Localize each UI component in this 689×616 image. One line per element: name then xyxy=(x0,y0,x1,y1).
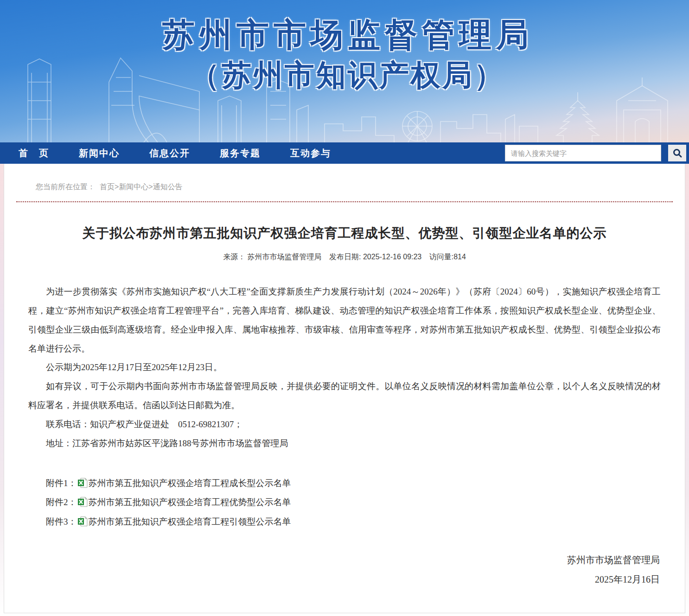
site-title: 苏州市市场监督管理局 （苏州市知识产权局） xyxy=(139,16,556,93)
signature-date: 2025年12月16日 xyxy=(28,570,660,589)
attachment-row: 附件2： 苏州市第五批知识产权强企培育工程优势型公示名单 xyxy=(28,493,661,512)
article-body: 为进一步贯彻落实《苏州市实施知识产权“八大工程”全面支撑新质生产力发展行动计划（… xyxy=(28,282,661,453)
site-title-line2: （苏州市知识产权局） xyxy=(139,58,556,93)
search-icon xyxy=(672,148,683,158)
paragraph: 联系电话：知识产权产业促进处 0512-69821307； xyxy=(28,415,661,434)
page-title: 关于拟公布苏州市第五批知识产权强企培育工程成长型、优势型、引领型企业名单的公示 xyxy=(28,225,661,242)
attachments-list: 附件1： 苏州市第五批知识产权强企培育工程成长型公示名单 附件2： 苏州市第五批… xyxy=(28,474,661,532)
site-banner: 苏州市市场监督管理局 （苏州市知识产权局） xyxy=(0,0,689,142)
paragraph: 为进一步贯彻落实《苏州市实施知识产权“八大工程”全面支撑新质生产力发展行动计划（… xyxy=(28,282,661,358)
attachment-link[interactable]: 苏州市第五批知识产权强企培育工程引领型公示名单 xyxy=(89,517,291,526)
site-title-line1: 苏州市市场监督管理局 xyxy=(139,16,556,54)
meta-publish-date: 发布日期: 2025-12-16 09:23 xyxy=(329,253,421,261)
nav-item-service-topics[interactable]: 服务专题 xyxy=(220,147,261,160)
attachment-row: 附件1： 苏州市第五批知识产权强企培育工程成长型公示名单 xyxy=(28,474,661,493)
signature-block: 苏州市市场监督管理局 2025年12月16日 xyxy=(28,550,661,589)
article-meta: 来源： 苏州市市场监督管理局 发布日期: 2025-12-16 09:23 访问… xyxy=(28,252,661,262)
nav-item-news[interactable]: 新闻中心 xyxy=(79,147,120,160)
attachment-link[interactable]: 苏州市第五批知识产权强企培育工程优势型公示名单 xyxy=(89,497,291,507)
paragraph: 公示期为2025年12月17日至2025年12月23日。 xyxy=(28,358,661,377)
nav-item-interaction[interactable]: 互动参与 xyxy=(290,147,331,160)
breadcrumb: 您当前所在位置：首页>新闻中心>通知公告 xyxy=(4,164,685,201)
paragraph: 如有异议，可于公示期内书面向苏州市市场监督管理局反映，并提供必要的证明文件。以单… xyxy=(28,377,661,415)
attachment-label: 附件2： xyxy=(46,497,77,507)
signature-org: 苏州市市场监督管理局 xyxy=(28,550,660,570)
breadcrumb-path[interactable]: 首页>新闻中心>通知公告 xyxy=(100,183,183,191)
article: 关于拟公布苏州市第五批知识产权强企培育工程成长型、优势型、引领型企业名单的公示 … xyxy=(4,225,685,589)
main-navbar: 首 页 新闻中心 信息公开 服务专题 互动参与 xyxy=(0,142,689,164)
meta-visits: 访问量:814 xyxy=(429,253,466,261)
attachment-link[interactable]: 苏州市第五批知识产权强企培育工程成长型公示名单 xyxy=(89,478,291,488)
attachment-label: 附件1： xyxy=(46,478,77,488)
search-input[interactable] xyxy=(505,145,661,161)
breadcrumb-divider xyxy=(16,201,673,202)
attachment-row: 附件3： 苏州市第五批知识产权强企培育工程引领型公示名单 xyxy=(28,512,661,532)
excel-file-icon xyxy=(78,497,88,507)
nav-item-info-disclosure[interactable]: 信息公开 xyxy=(149,147,190,160)
content-container: 您当前所在位置：首页>新闻中心>通知公告 关于拟公布苏州市第五批知识产权强企培育… xyxy=(4,164,685,613)
excel-file-icon xyxy=(78,516,88,526)
excel-file-icon xyxy=(78,478,88,488)
search-button[interactable] xyxy=(668,145,686,161)
nav-item-home[interactable]: 首 页 xyxy=(19,147,49,160)
meta-source: 来源： 苏州市市场监督管理局 xyxy=(223,253,321,261)
search-bar xyxy=(505,145,686,161)
attachment-label: 附件3： xyxy=(46,517,77,526)
paragraph: 地址：江苏省苏州市姑苏区平泷路188号苏州市市场监督管理局 xyxy=(28,434,661,453)
breadcrumb-label: 您当前所在位置： xyxy=(36,183,95,191)
